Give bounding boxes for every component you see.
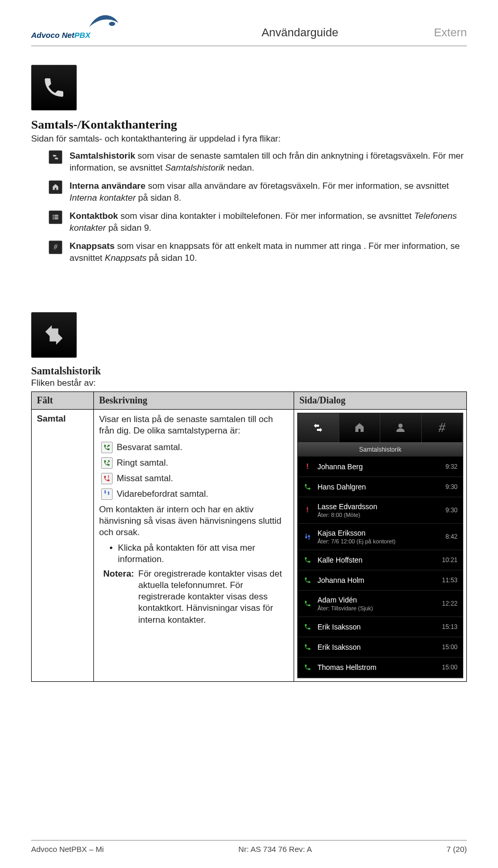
phone-row-time: 9:32	[446, 463, 458, 470]
phone-row-name: Thomas Hellstrom	[317, 663, 437, 671]
cell-dialog: # Samtalshistorik Johanna Berg9:32Hans D…	[294, 409, 467, 681]
phone-tab-history[interactable]	[298, 413, 339, 442]
svg-point-0	[109, 22, 115, 26]
phone-row[interactable]: Kajsa ErikssonÅter: 7/6 12:00 (Ej på kon…	[298, 524, 463, 550]
tab-item: Kontaktbok som visar dina kontakter i mo…	[49, 211, 467, 234]
footer-center: Nr: AS 734 76 Rev: A	[239, 845, 312, 853]
outgoing-call-icon	[303, 576, 312, 585]
phone-subheader: Samtalshistorik	[298, 442, 463, 457]
svg-marker-9	[104, 490, 106, 492]
footer-left: Advoco NetPBX – Mi	[31, 845, 104, 853]
phone-tab-keypad[interactable]: #	[422, 413, 463, 442]
phone-row-time: 15:13	[442, 623, 458, 631]
svg-rect-7	[108, 475, 109, 478]
logo: Advoco NetPBX	[31, 16, 119, 39]
phone-tab-internal[interactable]	[339, 413, 381, 442]
phone-row[interactable]: Hans Dahlgren9:30	[298, 477, 463, 497]
house-icon	[49, 180, 62, 194]
phone-row[interactable]: Erik Isaksson15:13	[298, 617, 463, 637]
phone-tabs: #	[298, 413, 463, 442]
th-besk: Beskrivning	[94, 391, 294, 409]
section-intro: Sidan för samtals- och kontakthantering …	[31, 134, 467, 144]
phone-mock: # Samtalshistorik Johanna Berg9:32Hans D…	[297, 413, 463, 678]
call-type-missed: Missat samtal.	[101, 473, 288, 484]
phone-row-name: Johanna Holm	[317, 576, 437, 584]
call-type-label: Besvarat samtal.	[117, 442, 183, 453]
svg-rect-4	[54, 216, 58, 217]
call-type-label: Vidarebefordrat samtal.	[117, 489, 208, 499]
history-icon	[49, 150, 62, 164]
header-right: Extern	[434, 26, 467, 39]
page: Advoco NetPBX Användarguide Extern Samta…	[0, 0, 498, 682]
outgoing-call-icon	[303, 555, 312, 565]
call-type-label: Missat samtal.	[117, 473, 173, 484]
header-title: Användarguide	[119, 26, 434, 39]
notera-label: Notera:	[103, 568, 134, 625]
phone-tab-contacts[interactable]	[380, 413, 422, 442]
th-dialog: Sida/Dialog	[294, 391, 467, 409]
outgoing-call-icon	[101, 457, 113, 469]
phone-row-name: Erik Isaksson	[317, 623, 437, 631]
handset-icon	[31, 65, 77, 110]
cell-falt: Samtal	[32, 409, 94, 681]
missed-call-icon	[101, 473, 113, 484]
phone-row-name: Lasse Edvardsson	[317, 502, 440, 511]
notera-text: För oregistrerade kontakter visas det ak…	[139, 568, 288, 625]
phone-row-time: 12:22	[442, 600, 458, 607]
svg-marker-10	[107, 494, 109, 495]
call-type-label: Ringt samtal.	[117, 458, 168, 468]
header-divider	[31, 46, 467, 46]
phone-row-sub: Åter: 8:00 (Möte)	[317, 512, 440, 518]
phone-row-name: Hans Dahlgren	[317, 483, 440, 491]
phone-row-time: 15:00	[442, 664, 458, 671]
page-header: Advoco NetPBX Användarguide Extern	[31, 16, 467, 41]
logo-text-2: PBX	[74, 31, 90, 39]
phone-row-name: Kajsa Eriksson	[317, 529, 440, 537]
svg-rect-3	[53, 216, 54, 217]
svg-rect-15	[307, 511, 308, 512]
phone-row[interactable]: Thomas Hellstrom15:00	[298, 657, 463, 678]
phone-row-time: 11:53	[442, 577, 458, 584]
besk-after: Om kontakten är intern och har en aktiv …	[99, 504, 288, 538]
logo-swoosh-icon	[88, 12, 119, 31]
cell-besk: Visar en lista på de senaste samtalen ti…	[94, 409, 294, 681]
tab-item-text: Samtalshistorik som visar de senaste sam…	[70, 150, 467, 174]
phone-row[interactable]: Erik Isaksson15:00	[298, 637, 463, 657]
subsection-title: Samtalshistorik	[31, 365, 467, 377]
phone-row-time: 9:30	[446, 507, 458, 514]
notera-row: Notera: För oregistrerade kontakter visa…	[103, 568, 288, 625]
phone-row[interactable]: Adam VidénÅter: Tillsvidare (Sjuk)12:22	[298, 591, 463, 617]
fields-table: Fält Beskrivning Sida/Dialog Samtal Visa…	[31, 391, 467, 682]
call-type-outgoing: Ringt samtal.	[101, 457, 288, 469]
forwarded-call-icon	[101, 488, 113, 500]
call-type-answered: Besvarat samtal.	[101, 442, 288, 453]
svg-rect-12	[307, 464, 308, 467]
svg-rect-1	[53, 215, 54, 216]
tab-item: Interna användare som visar alla använda…	[49, 180, 467, 204]
svg-point-11	[398, 424, 403, 428]
phone-row[interactable]: Kalle Hoffsten10:21	[298, 550, 463, 570]
answered-call-icon	[303, 642, 312, 652]
section-title: Samtals-/Kontakthantering	[31, 118, 467, 132]
logo-text-1: Advoco Net	[31, 31, 74, 39]
phone-row[interactable]: Johanna Holm11:53	[298, 570, 463, 591]
svg-rect-13	[307, 468, 308, 469]
tab-item-text: Interna användare som visar alla använda…	[70, 180, 467, 204]
answered-call-icon	[101, 442, 113, 453]
call-type-forwarded: Vidarebefordrat samtal.	[101, 488, 288, 500]
th-falt: Fält	[32, 391, 94, 409]
phone-row[interactable]: Johanna Berg9:32	[298, 457, 463, 477]
arrows-icon	[31, 312, 77, 358]
phone-row-name: Adam Vidén	[317, 596, 437, 604]
tab-item: Samtalshistorik som visar de senaste sam…	[49, 150, 467, 174]
outgoing-call-icon	[303, 622, 312, 632]
phone-row-name: Erik Isaksson	[317, 643, 437, 651]
phone-row-name: Kalle Hoffsten	[317, 556, 437, 564]
list-icon	[49, 211, 62, 224]
svg-rect-6	[54, 218, 58, 219]
hash-icon: #	[49, 241, 62, 254]
answered-call-icon	[303, 599, 312, 608]
bullet-item: Klicka på kontakten för att visa mer inf…	[109, 542, 288, 565]
phone-row[interactable]: Lasse EdvardssonÅter: 8:00 (Möte)9:30	[298, 497, 463, 524]
besk-main: Visar en lista på de senaste samtalen ti…	[99, 414, 288, 437]
